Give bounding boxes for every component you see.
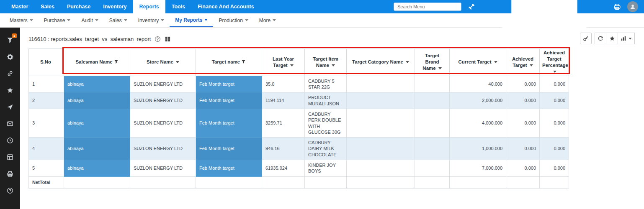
net-total-cell xyxy=(305,176,347,188)
table-row[interactable]: 2abinayaSUZLON ENERGY LTDFeb Month targe… xyxy=(29,92,569,109)
help-icon[interactable] xyxy=(155,36,161,42)
search-input[interactable] xyxy=(394,3,461,11)
sidebar-gear-button[interactable] xyxy=(0,48,20,65)
report-header: 116610 : reports.sales_target_vs_salesma… xyxy=(28,33,644,45)
toolbar-star-button[interactable] xyxy=(606,33,618,44)
target-item-name-cell: CADBURY DAIRY MILK CHOCOLATE xyxy=(305,138,347,160)
subnav-more[interactable]: More xyxy=(254,13,281,27)
col-header-current-target[interactable]: Current Target xyxy=(450,49,506,76)
nav-tools[interactable]: Tools xyxy=(165,0,191,13)
col-header-s-no[interactable]: S.No xyxy=(29,49,64,76)
current-target-cell: 2,000.000 xyxy=(450,92,506,109)
target-item-name-cell: KINDER JOY BOYS xyxy=(305,160,347,177)
nav-finance-and-accounts[interactable]: Finance And Accounts xyxy=(191,0,260,13)
gavel-icon[interactable] xyxy=(468,3,475,10)
caret-down-icon xyxy=(406,61,409,63)
window-icon xyxy=(7,154,13,161)
printer-icon xyxy=(7,171,13,177)
grid-icon[interactable] xyxy=(165,36,171,42)
s-no-cell: 2 xyxy=(29,92,64,109)
achieved-target-cell: 0.000 xyxy=(506,160,540,177)
chart-icon xyxy=(621,36,626,41)
subnav-production[interactable]: Production xyxy=(213,13,253,27)
nav-master[interactable]: Master xyxy=(5,0,34,13)
salesman-name-cell: abinaya xyxy=(64,160,130,177)
avatar[interactable] xyxy=(627,1,638,12)
col-header-store-name[interactable]: Store Name xyxy=(130,49,196,76)
subnav-audit[interactable]: Audit xyxy=(76,13,103,27)
table-row[interactable]: 3abinayaSUZLON ENERGY LTDFeb Month targe… xyxy=(29,109,569,137)
salesman-name-cell: abinaya xyxy=(64,92,130,109)
net-total-cell xyxy=(415,176,450,188)
target-item-name-cell: CADBURY PERK DOUBLE WITH GLUCOSE 30G xyxy=(305,109,347,137)
s-no-cell: 4 xyxy=(29,138,64,160)
target-name-cell: Feb Month target xyxy=(196,76,262,92)
sidebar-send-button[interactable] xyxy=(0,99,20,115)
main-menu: MasterSalesPurchaseInventoryReportsTools… xyxy=(0,0,260,13)
table-row[interactable]: 5abinayaSUZLON ENERGY LTDFeb Month targe… xyxy=(29,160,569,177)
achieved-target-cell: 0.000 xyxy=(506,109,540,137)
col-header-label: Target Category Name xyxy=(352,59,403,64)
sidebar-window-button[interactable] xyxy=(0,149,20,166)
target-category-name-cell xyxy=(347,92,415,109)
subnav-sales[interactable]: Sales xyxy=(104,13,133,27)
link-icon xyxy=(7,70,13,77)
current-target-cell: 7,000.000 xyxy=(450,160,506,177)
sidebar-printer-button[interactable] xyxy=(0,166,20,182)
key-icon xyxy=(583,36,589,41)
target-item-name-cell: CADBURY 5 STAR 22G xyxy=(305,76,347,92)
nav-sales[interactable]: Sales xyxy=(34,0,61,13)
subnav-purchase[interactable]: Purchase xyxy=(39,13,76,27)
printer-icon[interactable] xyxy=(613,3,621,10)
last-year-target-cell: 61935.024 xyxy=(262,160,305,177)
achieved-target-cell: 0.000 xyxy=(506,76,540,92)
nav-reports[interactable]: Reports xyxy=(133,0,165,13)
filter-icon xyxy=(241,59,246,64)
s-no-cell: 1 xyxy=(29,76,64,92)
help-icon xyxy=(7,187,13,194)
nav-inventory[interactable]: Inventory xyxy=(97,0,133,13)
last-year-target-cell: 3259.71 xyxy=(262,109,305,137)
col-header-salesman-name[interactable]: Salesman Name xyxy=(64,49,130,76)
caret-down-icon xyxy=(530,64,533,66)
toolbar-key-button[interactable] xyxy=(580,33,592,44)
salesman-name-cell: abinaya xyxy=(64,109,130,137)
caret-down-icon xyxy=(176,61,179,63)
col-header-target-brand-name[interactable]: Target Brand Name xyxy=(415,49,450,76)
col-header-last-year-target[interactable]: Last Year Target xyxy=(262,49,305,76)
table-row[interactable]: 1abinayaSUZLON ENERGY LTDFeb Month targe… xyxy=(29,76,569,92)
col-header-target-item-name[interactable]: Target Item Name xyxy=(305,49,347,76)
caret-down-icon xyxy=(273,19,276,21)
col-header-target-category-name[interactable]: Target Category Name xyxy=(347,49,415,76)
table-row[interactable]: 4abinayaSUZLON ENERGY LTDFeb Month targe… xyxy=(29,138,569,160)
subnav-masters[interactable]: Masters xyxy=(4,13,39,27)
toolbar-chart-button[interactable] xyxy=(618,33,635,44)
sidebar-mail-button[interactable] xyxy=(0,115,20,132)
caret-down-icon xyxy=(30,19,33,21)
sidebar-clock-button[interactable] xyxy=(0,132,20,149)
store-name-cell: SUZLON ENERGY LTD xyxy=(130,76,196,92)
subnav-inventory[interactable]: Inventory xyxy=(133,13,170,27)
sidebar-star-button[interactable] xyxy=(0,82,20,99)
col-header-achieved-target-percentage[interactable]: Achieved Target Percentage xyxy=(540,49,569,76)
refresh-icon xyxy=(598,36,603,41)
sidebar-filter-button[interactable]: 3 xyxy=(0,32,20,48)
net-total-row: NetTotal xyxy=(29,176,569,188)
subnav-my-reports[interactable]: My Reports xyxy=(170,13,213,27)
caret-down-icon xyxy=(161,19,164,21)
col-header-target-name[interactable]: Target name xyxy=(196,49,262,76)
sidebar-link-button[interactable] xyxy=(0,65,20,82)
target-category-name-cell xyxy=(347,138,415,160)
caret-down-icon xyxy=(494,61,497,63)
target-name-cell: Feb Month target xyxy=(196,160,262,177)
caret-down-icon xyxy=(95,19,98,21)
achieved-target-percentage-cell: 0.000 xyxy=(540,92,569,109)
store-name-cell: SUZLON ENERGY LTD xyxy=(130,92,196,109)
net-total-label: NetTotal xyxy=(29,176,64,188)
target-brand-name-cell xyxy=(415,76,450,92)
target-brand-name-cell xyxy=(415,138,450,160)
nav-purchase[interactable]: Purchase xyxy=(61,0,97,13)
sidebar-help-button[interactable] xyxy=(0,182,20,199)
col-header-achieved-target[interactable]: Achieved Target xyxy=(506,49,540,76)
toolbar-refresh-button[interactable] xyxy=(595,33,606,44)
